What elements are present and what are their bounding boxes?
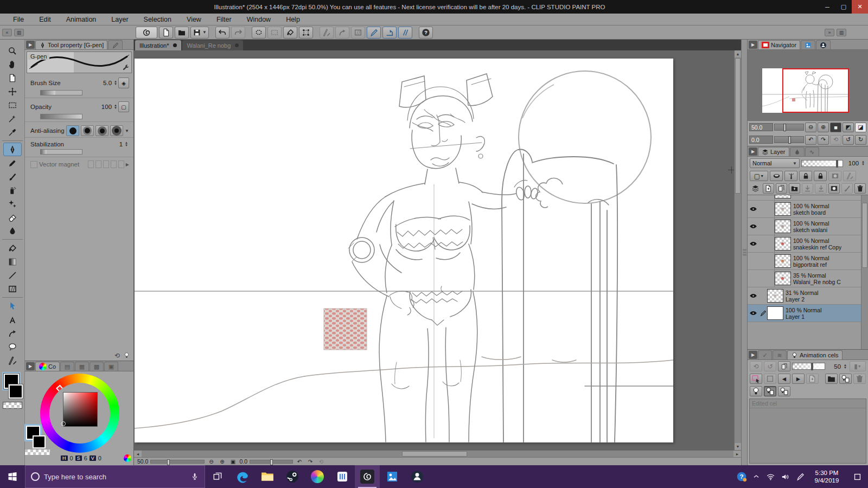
right-panel-layout-button[interactable]: ▥ [837,29,846,36]
open-file-button[interactable] [175,27,189,38]
nav-flip-vertical-button[interactable]: ↻ [855,135,866,145]
taskbar-app-steam[interactable] [280,465,305,488]
anti-aliasing-dropdown-icon[interactable]: ▼ [125,129,129,133]
stabilization-slider[interactable] [40,149,82,155]
auto-select-tool[interactable] [3,112,22,125]
register-tool-settings-icon[interactable] [123,352,130,359]
tab-sub-tool[interactable] [108,40,123,49]
edit-cel-button[interactable] [750,374,762,384]
blend-mode-select[interactable]: Normal▼ [750,158,800,168]
layer-visibility-eye[interactable] [748,309,758,317]
layer-thumbnail[interactable] [767,306,783,320]
move-layer-tool[interactable] [3,85,22,98]
onion-opacity-value[interactable]: 50 [827,363,841,370]
create-mask-button[interactable] [828,183,840,194]
sub-color-swatch[interactable] [9,384,23,399]
nav-zoom-100-button[interactable]: ■ [830,123,841,132]
pen-snap-2-button[interactable] [382,27,397,38]
panel-menu-icon[interactable]: ▶ [26,362,35,370]
transparent-swatch[interactable] [3,402,22,409]
zoom-tool[interactable] [3,44,22,57]
canvas-tab-illustration-[interactable]: Illustration* [135,40,181,50]
snap-to-grid-button[interactable] [351,27,365,38]
lock-cel-button[interactable] [764,374,776,384]
vector-magnet-expand-icon[interactable]: ▶ [126,162,129,167]
vscroll-thumb[interactable] [735,58,741,194]
tab-animation-cels[interactable]: Animation cels [787,350,843,359]
selection-tool[interactable] [3,98,22,112]
pen-input-icon[interactable] [793,472,807,481]
airbrush-tool[interactable] [3,183,22,197]
new-folder-button[interactable] [789,183,800,194]
scroll-left-arrow[interactable]: ◄ [134,451,142,457]
tab-color-history[interactable]: ▣ [104,362,118,371]
reset-cels-button[interactable]: ↺ [764,361,776,371]
hscroll-thumb[interactable] [402,451,467,457]
layer-row-sketch-board[interactable]: 100 % Normalsketch board [748,201,868,218]
scroll-up-arrow[interactable]: ▲ [735,50,741,57]
new-raster-layer-button[interactable] [763,183,774,194]
layer-visibility-eye[interactable] [748,222,758,230]
brush-size-stepper[interactable]: ▲▼ [114,80,117,86]
scroll-right-arrow[interactable]: ► [733,451,741,457]
eraser-tool[interactable] [3,210,22,224]
nav-zoom-in-button[interactable]: ⊕ [818,123,829,132]
layer-thumbnail[interactable] [775,237,791,251]
onion-skin-before-button[interactable] [764,386,776,396]
taskbar-app-clip-studio-paint[interactable] [355,465,380,488]
sv-cursor[interactable] [61,421,66,426]
brush-size-dynamics-button[interactable]: ◈ [118,78,129,88]
fill-tool[interactable] [3,241,22,255]
stabilization-value[interactable]: 1 [106,141,123,147]
saturation-value-square[interactable] [63,392,98,427]
panel-menu-icon[interactable]: ▶ [26,41,35,49]
layer-opacity-stepper[interactable]: ▲▼ [861,160,865,166]
nav-flip-horizontal-button[interactable]: ↺ [843,135,854,145]
lock-layer-button[interactable] [799,171,812,181]
opacity-slider[interactable] [40,114,82,119]
text-tool[interactable] [3,313,22,326]
rotate-left-icon[interactable]: ↶ [295,459,304,465]
close-button[interactable]: ✕ [852,0,868,14]
eyedropper-tool[interactable] [3,125,22,139]
layer-row-snakeskin-ref-copy[interactable]: 100 % Normalsnakeskin ref Copy [748,235,868,253]
canvas-rotation-slider[interactable] [250,460,293,464]
transfer-down-button[interactable] [802,183,813,194]
next-cel-button[interactable]: ► [792,374,805,384]
enable-mask-button[interactable] [828,171,841,181]
navigator-rotation-value[interactable]: 0.0 [749,136,773,144]
tab-close-icon[interactable] [173,43,177,47]
redo-button[interactable] [231,27,245,38]
tab-onion-skin[interactable]: ≋ [773,350,787,359]
ruler-tool[interactable] [3,354,22,367]
fit-to-screen-icon[interactable]: ▣ [228,459,237,465]
vector-magnet-checkbox[interactable] [30,161,37,168]
wrench-icon[interactable] [122,64,130,72]
volume-icon[interactable] [778,472,793,481]
pen-snap-3-button[interactable] [398,27,412,38]
layer-color-button[interactable] [750,183,761,194]
new-file-button[interactable] [159,27,173,38]
taskbar-app-photos-app[interactable] [380,465,405,488]
anti-aliasing-middle[interactable] [95,125,108,136]
zoom-out-icon[interactable]: ⊖ [207,459,215,465]
dropdown-caret-icon[interactable]: ▼ [202,30,207,35]
anti-aliasing-none[interactable] [66,125,79,136]
csp-logo-button[interactable] [136,27,157,38]
taskbar-search[interactable]: Type here to search [25,465,205,488]
menu-selection[interactable]: Selection [136,15,179,24]
nav-fit-button[interactable]: ◩ [843,123,854,132]
onion-skin-off-button[interactable] [750,386,762,396]
brush-size-value[interactable]: 5.0 [95,80,112,86]
gradient-tool[interactable] [3,255,22,268]
navigator-view-rect[interactable] [782,68,849,113]
menu-filter[interactable]: Filter [209,15,239,24]
taskbar-app-task-view[interactable] [205,465,230,488]
reset-rotation-icon[interactable]: ⟲ [317,459,326,465]
navigator-rotation-slider[interactable] [774,136,804,143]
edited-cel-list[interactable]: Edited cel [749,399,866,464]
layer-visibility-eye[interactable] [748,240,758,248]
layer-row-bigportrait-ref[interactable]: 100 % Normalbigportrait ref [748,253,868,270]
pencil-tool[interactable] [3,156,22,170]
delete-cel-button[interactable] [853,374,866,384]
